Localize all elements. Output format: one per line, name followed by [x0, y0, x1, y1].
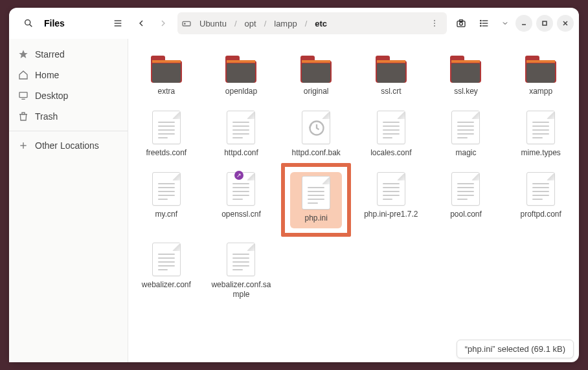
breadcrumb-menu-button[interactable]: [426, 15, 443, 32]
file-item[interactable]: ↗openssl.cnf: [206, 168, 277, 231]
file-manager-window: Files Ubuntu / opt / lampp: [9, 8, 579, 362]
svg-rect-24: [19, 92, 27, 98]
sidebar-item-desktop[interactable]: Desktop: [9, 85, 128, 106]
file-label: proftpd.conf: [520, 210, 561, 219]
file-item[interactable]: proftpd.conf: [505, 168, 576, 231]
breadcrumb-seg-0[interactable]: Ubuntu: [194, 16, 232, 31]
sidebar-item-label: Home: [35, 70, 59, 80]
file-item[interactable]: php.ini-pre1.7.2: [356, 168, 427, 231]
desktop-icon: [18, 91, 28, 101]
file-item[interactable]: httpd.conf: [206, 107, 277, 160]
folder-icon: [150, 54, 183, 83]
svg-point-0: [25, 20, 30, 25]
sidebar-item-starred[interactable]: Starred: [9, 44, 128, 65]
file-item[interactable]: freetds.conf: [131, 107, 202, 160]
file-label: mime.types: [521, 148, 560, 158]
search-icon: [23, 18, 34, 28]
file-label: openldap: [225, 87, 257, 96]
file-item[interactable]: pool.conf: [431, 168, 502, 231]
file-item[interactable]: magic: [431, 107, 502, 160]
nav-forward-button[interactable]: [153, 13, 174, 34]
app-title: Files: [44, 18, 65, 28]
sidebar-item-label: Desktop: [35, 91, 68, 101]
breadcrumb-seg-3[interactable]: etc: [310, 16, 332, 31]
content-area[interactable]: extraopenldaporiginalssl.crtssl.keyxampp…: [128, 39, 579, 362]
file-label: ssl.crt: [381, 87, 401, 96]
icon-grid: extraopenldaporiginalssl.crtssl.keyxampp…: [131, 50, 576, 302]
file-icon: [377, 172, 405, 206]
folder-item[interactable]: xampp: [505, 50, 576, 99]
svg-rect-27: [22, 113, 25, 114]
close-button[interactable]: [557, 15, 574, 32]
file-icon: [227, 111, 255, 144]
hamburger-menu-button[interactable]: [107, 13, 128, 34]
file-label: extra: [157, 87, 175, 96]
minimize-button[interactable]: [515, 15, 532, 32]
chevron-right-icon: [158, 18, 168, 28]
drive-icon: [181, 18, 192, 28]
sidebar-item-other-locations[interactable]: Other Locations: [9, 135, 128, 156]
folder-item[interactable]: extra: [131, 50, 202, 99]
file-icon: [451, 111, 480, 144]
breadcrumb-seg-1[interactable]: opt: [240, 16, 262, 31]
folder-icon: [449, 54, 482, 83]
file-item[interactable]: php.ini: [280, 168, 352, 231]
file-label: freetds.conf: [146, 148, 187, 158]
svg-point-8: [434, 23, 435, 24]
trash-icon: [18, 111, 28, 122]
svg-point-9: [434, 25, 435, 27]
file-item[interactable]: webalizer.conf: [131, 239, 202, 302]
sidebar-item-trash[interactable]: Trash: [9, 106, 128, 127]
folder-item[interactable]: original: [280, 50, 352, 99]
file-label: locales.conf: [370, 148, 411, 158]
file-label: pool.conf: [450, 210, 482, 219]
path-breadcrumb[interactable]: Ubuntu / opt / lampp / etc: [177, 12, 447, 34]
file-label: php.ini: [304, 213, 327, 223]
maximize-button[interactable]: [536, 15, 553, 32]
close-icon: [562, 20, 569, 27]
file-label: ssl.key: [454, 87, 478, 96]
breadcrumb-seg-2[interactable]: lampp: [269, 16, 302, 31]
svg-point-7: [434, 20, 435, 21]
folder-item[interactable]: ssl.crt: [356, 50, 427, 99]
file-item[interactable]: webalizer.conf.sample: [206, 239, 277, 302]
sidebar-item-label: Starred: [35, 49, 65, 60]
nav-back-button[interactable]: [131, 13, 152, 34]
svg-point-11: [460, 22, 463, 25]
svg-point-16: [481, 20, 481, 21]
file-icon: [302, 176, 330, 210]
file-icon: [152, 172, 181, 206]
file-backup-icon: [302, 111, 330, 144]
star-icon: [18, 49, 28, 60]
plus-icon: [18, 140, 28, 151]
folder-item[interactable]: openldap: [206, 50, 277, 99]
file-item[interactable]: httpd.conf.bak: [280, 107, 352, 160]
status-bar: “php.ini” selected (69.1 kB): [457, 340, 574, 358]
view-options-button[interactable]: [499, 13, 512, 34]
chevron-left-icon: [136, 18, 146, 28]
svg-marker-23: [19, 50, 27, 58]
file-icon: [152, 111, 181, 144]
file-item[interactable]: locales.conf: [356, 107, 427, 160]
minimize-icon: [521, 20, 527, 27]
camera-button[interactable]: [451, 13, 471, 34]
svg-rect-5: [183, 21, 190, 26]
folder-item[interactable]: ssl.key: [431, 50, 502, 99]
file-label: webalizer.conf: [142, 280, 191, 290]
file-label: xampp: [529, 87, 552, 96]
kebab-icon: [430, 19, 439, 28]
file-item[interactable]: mime.types: [505, 107, 576, 160]
file-icon: [526, 172, 555, 206]
file-label: magic: [455, 148, 476, 158]
sidebar-item-label: Trash: [35, 111, 58, 122]
view-mode-button[interactable]: [474, 13, 495, 34]
chevron-down-icon: [501, 19, 509, 27]
search-button[interactable]: [18, 13, 39, 34]
file-item[interactable]: my.cnf: [131, 168, 202, 231]
sidebar-item-home[interactable]: Home: [9, 65, 128, 85]
sidebar-item-label: Other Locations: [35, 140, 99, 151]
sidebar-separator: [9, 131, 128, 131]
file-label: php.ini-pre1.7.2: [364, 210, 418, 219]
file-icon: [526, 111, 555, 144]
folder-icon: [224, 54, 258, 83]
